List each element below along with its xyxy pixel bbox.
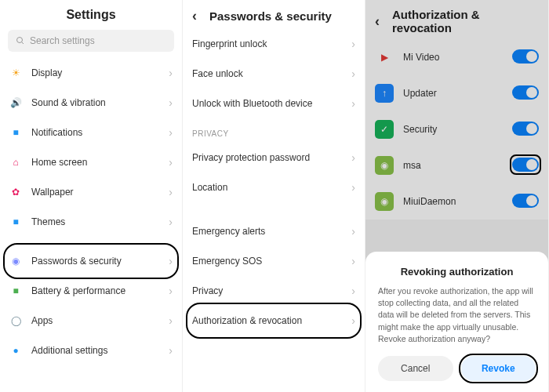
revoke-dialog: Revoking authorization After you revoke … [365,252,548,392]
section-header: PRIVACY [183,118,365,143]
security-item-location[interactable]: Location › [183,172,365,202]
item-label: Privacy protection password [192,152,351,163]
header: Settings [0,0,182,27]
settings-list: ☀ Display › 🔊 Sound & vibration › ■ Noti… [0,58,182,365]
search-placeholder: Search settings [30,35,95,46]
page-title: Passwords & security [209,9,355,23]
search-icon [16,36,25,45]
chevron-right-icon: › [169,96,173,109]
item-label: Location [192,182,351,193]
chevron-right-icon: › [169,126,173,139]
settings-item-sound-vibration[interactable]: 🔊 Sound & vibration › [0,88,182,118]
item-label: Display [31,67,169,78]
item-label: Sound & vibration [31,97,169,108]
security-item-privacy-protection-password[interactable]: Privacy protection password › [183,143,365,172]
item-icon: ■ [9,126,22,139]
svg-point-0 [17,38,23,43]
item-label: Face unlock [192,68,351,79]
back-icon[interactable]: ‹ [192,8,197,24]
settings-item-passwords-security[interactable]: ◉ Passwords & security › [0,246,182,276]
chevron-right-icon: › [169,156,173,169]
chevron-right-icon: › [169,67,173,79]
authorization-revocation-panel: ‹ Authorization & revocation ▶ Mi Video … [365,0,549,392]
settings-item-themes[interactable]: ■ Themes › [0,207,182,237]
item-icon: ■ [9,216,22,228]
item-label: Authorization & revocation [192,315,351,326]
item-icon: ⌂ [9,156,22,169]
dialog-title: Revoking authorization [378,266,536,278]
security-item-fingerprint-unlock[interactable]: Fingerprint unlock › [183,29,365,59]
security-item-emergency-sos[interactable]: Emergency SOS › [183,246,365,276]
chevron-right-icon: › [169,314,173,327]
chevron-right-icon: › [351,314,355,327]
chevron-right-icon: › [169,344,173,357]
item-icon: ◯ [9,314,22,327]
settings-item-notifications[interactable]: ■ Notifications › [0,118,182,147]
dialog-body: After you revoke authorization, the app … [378,285,536,345]
passwords-security-panel: ‹ Passwords & security Fingerprint unloc… [183,0,365,392]
chevron-right-icon: › [169,186,173,198]
chevron-right-icon: › [351,181,355,194]
security-list: Fingerprint unlock › Face unlock › Unloc… [183,29,365,336]
header: ‹ Passwords & security [183,0,365,29]
item-label: Themes [31,216,169,227]
security-item-unlock-with-bluetooth-device[interactable]: Unlock with Bluetooth device › [183,89,365,118]
item-icon: ■ [9,285,22,297]
chevron-right-icon: › [351,225,355,238]
chevron-right-icon: › [351,151,355,164]
item-label: Home screen [31,157,169,168]
revoke-button[interactable]: Revoke [461,356,536,381]
item-label: Emergency SOS [192,256,351,267]
item-label: Battery & performance [31,285,169,296]
item-label: Unlock with Bluetooth device [192,98,351,109]
security-item-authorization-revocation[interactable]: Authorization & revocation › [183,306,365,336]
item-icon: 🔊 [9,96,22,109]
chevron-right-icon: › [351,285,355,297]
chevron-right-icon: › [351,67,355,80]
item-icon: ◉ [9,255,22,267]
item-label: Wallpaper [31,187,169,198]
chevron-right-icon: › [169,255,173,267]
security-item-face-unlock[interactable]: Face unlock › [183,59,365,89]
settings-item-wallpaper[interactable]: ✿ Wallpaper › [0,177,182,207]
security-item-privacy[interactable]: Privacy › [183,276,365,306]
item-label: Privacy [192,285,351,296]
cancel-button[interactable]: Cancel [378,356,453,381]
item-label: Additional settings [31,345,169,356]
chevron-right-icon: › [351,255,355,267]
item-icon: ✿ [9,186,22,198]
chevron-right-icon: › [169,285,173,297]
settings-panel: Settings Search settings ☀ Display › 🔊 S… [0,0,183,392]
settings-item-home-screen[interactable]: ⌂ Home screen › [0,147,182,177]
dialog-buttons: Cancel Revoke [378,356,536,381]
chevron-right-icon: › [351,38,355,50]
settings-item-display[interactable]: ☀ Display › [0,58,182,88]
item-label: Notifications [31,127,169,138]
page-title: Settings [9,8,173,22]
settings-item-apps[interactable]: ◯ Apps › [0,306,182,336]
item-label: Emergency alerts [192,226,351,237]
settings-item-additional-settings[interactable]: ● Additional settings › [0,336,182,365]
item-label: Fingerprint unlock [192,38,351,49]
item-icon: ● [9,344,22,357]
chevron-right-icon: › [169,216,173,228]
svg-line-1 [22,42,24,45]
search-input[interactable]: Search settings [8,30,174,52]
chevron-right-icon: › [351,97,355,110]
item-icon: ☀ [9,67,22,79]
item-label: Passwords & security [31,256,169,267]
security-item-emergency-alerts[interactable]: Emergency alerts › [183,216,365,246]
item-label: Apps [31,315,169,326]
settings-item-battery-performance[interactable]: ■ Battery & performance › [0,276,182,306]
